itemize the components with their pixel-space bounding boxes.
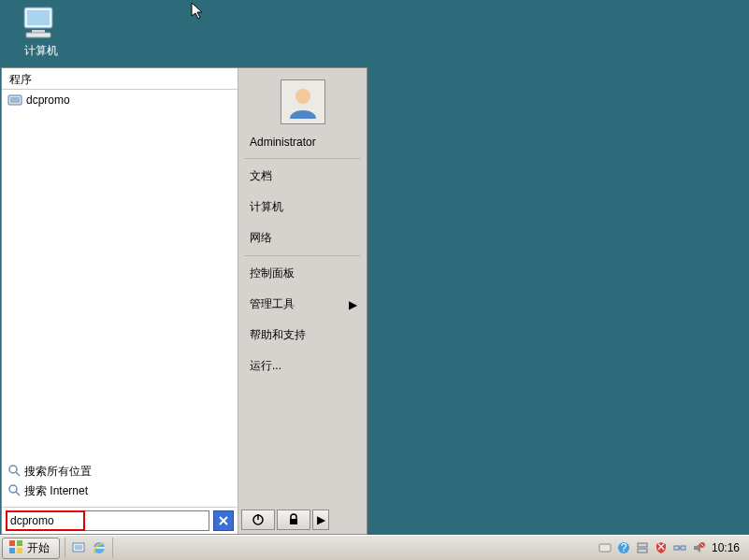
svg-point-12 bbox=[295, 89, 310, 104]
search-row bbox=[2, 507, 238, 534]
lock-button[interactable] bbox=[277, 510, 310, 530]
menu-item-label: 帮助和支持 bbox=[250, 328, 306, 341]
menu-item-documents[interactable]: 文档 bbox=[238, 161, 367, 192]
show-desktop-button[interactable] bbox=[70, 539, 87, 556]
tray-icon-server[interactable] bbox=[635, 540, 650, 555]
tray-icon-volume[interactable] bbox=[691, 540, 706, 555]
search-everywhere-label: 搜索所有位置 bbox=[24, 464, 92, 480]
shield-icon: ✕ bbox=[655, 541, 668, 554]
menu-item-control-panel[interactable]: 控制面板 bbox=[238, 258, 367, 289]
tray-icon-messages[interactable] bbox=[598, 540, 612, 555]
tray-icon-security[interactable]: ✕ bbox=[654, 540, 669, 555]
search-internet-link[interactable]: 搜索 Internet bbox=[7, 481, 232, 501]
windows-logo-icon bbox=[8, 539, 23, 557]
start-menu-left-pane: 程序 dcpromo 搜索所有位置 bbox=[2, 68, 238, 534]
menu-item-help[interactable]: 帮助和支持 bbox=[238, 320, 367, 351]
menu-item-label: 管理工具 bbox=[250, 297, 295, 310]
user-icon bbox=[284, 83, 322, 121]
taskbar: 开始 bbox=[0, 535, 749, 560]
menu-separator bbox=[244, 158, 361, 159]
start-button[interactable]: 开始 bbox=[2, 538, 60, 559]
power-button[interactable] bbox=[241, 510, 275, 530]
tray-icon-network[interactable] bbox=[672, 540, 687, 555]
desktop-icon-label: 计算机 bbox=[15, 43, 67, 59]
power-options-button[interactable]: ▶ bbox=[312, 510, 329, 530]
user-picture-frame bbox=[238, 76, 367, 134]
clear-search-button[interactable] bbox=[213, 510, 234, 531]
svg-rect-17 bbox=[17, 540, 22, 546]
desktop-icon-computer[interactable]: 计算机 bbox=[15, 4, 67, 59]
svg-line-7 bbox=[16, 472, 20, 476]
magnifier-icon bbox=[7, 464, 21, 480]
search-scope-links: 搜索所有位置 搜索 Internet bbox=[2, 458, 238, 507]
taskbar-separator bbox=[65, 538, 65, 558]
svg-line-9 bbox=[16, 492, 20, 495]
start-button-label: 开始 bbox=[27, 540, 50, 556]
server-icon bbox=[636, 541, 649, 554]
ie-button[interactable] bbox=[91, 539, 108, 556]
cursor-icon bbox=[191, 2, 206, 23]
exe-icon bbox=[7, 93, 22, 108]
svg-rect-29 bbox=[674, 546, 679, 550]
close-icon bbox=[218, 515, 229, 526]
user-avatar[interactable] bbox=[281, 79, 325, 124]
clock[interactable]: 10:16 bbox=[710, 541, 743, 554]
svg-rect-16 bbox=[9, 540, 15, 546]
svg-rect-21 bbox=[75, 545, 82, 550]
search-everywhere-link[interactable]: 搜索所有位置 bbox=[7, 462, 232, 481]
volume-icon bbox=[692, 541, 705, 554]
menu-separator bbox=[244, 255, 361, 256]
magnifier-icon bbox=[7, 483, 21, 499]
taskbar-separator bbox=[112, 538, 113, 558]
help-icon: ? bbox=[617, 541, 630, 554]
menu-item-admin-tools[interactable]: 管理工具 ▶ bbox=[238, 289, 367, 320]
svg-rect-23 bbox=[599, 544, 611, 552]
svg-rect-15 bbox=[290, 519, 297, 524]
desktop[interactable]: 计算机 程序 dcpromo bbox=[0, 0, 749, 560]
search-input[interactable] bbox=[6, 510, 209, 531]
results-header: 程序 bbox=[2, 68, 238, 90]
user-name-label: Administrator bbox=[238, 134, 367, 156]
svg-point-8 bbox=[9, 485, 17, 493]
ie-icon bbox=[92, 540, 107, 555]
svg-rect-3 bbox=[26, 33, 50, 37]
power-icon bbox=[252, 513, 265, 526]
system-tray: ? ✕ bbox=[592, 540, 749, 555]
menu-item-run[interactable]: 运行... bbox=[238, 351, 367, 381]
lock-icon bbox=[288, 513, 299, 526]
menu-item-label: 计算机 bbox=[250, 200, 283, 213]
search-result-item[interactable]: dcpromo bbox=[2, 92, 238, 108]
svg-rect-27 bbox=[638, 549, 647, 553]
power-buttons: ▶ bbox=[241, 508, 329, 532]
svg-rect-5 bbox=[10, 97, 20, 103]
search-results: dcpromo bbox=[2, 90, 238, 458]
start-menu: 程序 dcpromo 搜索所有位置 bbox=[1, 67, 367, 535]
search-result-label: dcpromo bbox=[26, 93, 70, 107]
menu-item-label: 运行... bbox=[250, 359, 281, 372]
svg-text:?: ? bbox=[621, 541, 627, 554]
svg-rect-1 bbox=[27, 10, 50, 25]
svg-rect-26 bbox=[638, 543, 647, 547]
svg-rect-18 bbox=[9, 548, 15, 553]
menu-item-label: 文档 bbox=[250, 169, 272, 182]
quick-launch bbox=[68, 539, 109, 556]
menu-item-label: 控制面板 bbox=[250, 266, 295, 280]
svg-point-6 bbox=[9, 466, 17, 473]
svg-text:✕: ✕ bbox=[656, 541, 666, 553]
menu-item-label: 网络 bbox=[250, 231, 272, 244]
menu-item-network[interactable]: 网络 bbox=[238, 223, 367, 253]
right-menu-items: 文档 计算机 网络 控制面板 管理工具 ▶ 帮助和支持 bbox=[238, 161, 367, 381]
menu-item-computer[interactable]: 计算机 bbox=[238, 192, 367, 223]
svg-rect-19 bbox=[17, 548, 22, 553]
network-icon bbox=[673, 541, 686, 554]
computer-icon bbox=[19, 4, 64, 41]
message-icon bbox=[598, 541, 612, 554]
tray-icon-help[interactable]: ? bbox=[616, 540, 631, 555]
svg-rect-30 bbox=[681, 546, 685, 550]
start-menu-right-pane: Administrator 文档 计算机 网络 控制面板 管理工具 ▶ bbox=[238, 68, 367, 534]
chevron-right-icon: ▶ bbox=[317, 513, 325, 526]
submenu-arrow-icon: ▶ bbox=[349, 298, 357, 311]
search-internet-label: 搜索 Internet bbox=[24, 483, 88, 499]
show-desktop-icon bbox=[71, 540, 86, 555]
